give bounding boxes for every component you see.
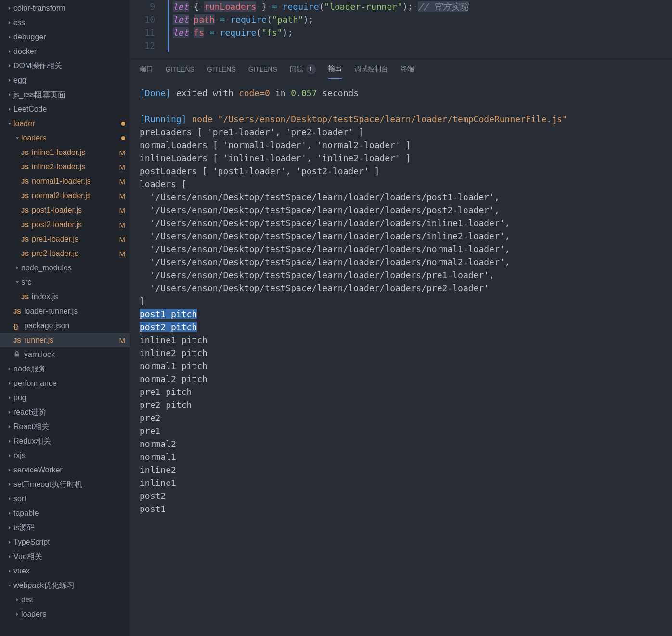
item-label: LeetCode [13,105,125,114]
line-number: 10 [130,13,155,26]
file-item[interactable]: JSloader-runner.js [0,304,130,318]
item-label: index.js [32,293,125,301]
folder-item[interactable]: DOM操作相关 [0,59,130,73]
folder-item[interactable]: serviceWorker [0,463,130,477]
modified-dot-icon [121,136,125,140]
modified-marker: M [119,221,126,229]
folder-item[interactable]: css [0,15,130,30]
file-item[interactable]: JSinline2-loader.jsM [0,160,130,174]
folder-item[interactable]: setTimeout执行时机 [0,477,130,492]
file-item[interactable]: {}package.json [0,318,130,333]
chevron-right-icon [6,380,13,387]
file-item[interactable]: JSnormal2-loader.jsM [0,189,130,203]
folder-item[interactable]: performance [0,376,130,391]
file-item[interactable]: JSinline1-loader.jsM [0,145,130,160]
output-line: inline1 pitch [140,333,664,346]
code-editor[interactable]: 9 10 11 12 let·{·runLoaders·}·=·require(… [130,0,672,59]
folder-item[interactable]: webpack优化练习 [0,578,130,593]
folder-item[interactable]: ts源码 [0,521,130,535]
done-label: [Done] [140,88,171,98]
code-line[interactable]: let·fs·=·require("fs"); [168,26,672,39]
file-item[interactable]: JSpre2-loader.jsM [0,246,130,261]
folder-item[interactable]: TypeScript [0,535,130,549]
folder-item[interactable]: react进阶 [0,405,130,420]
folder-item[interactable]: pug [0,391,130,405]
file-item[interactable]: JSnormal1-loader.jsM [0,174,130,189]
folder-item[interactable]: LeetCode [0,102,130,116]
item-label: inline1-loader.js [32,148,119,157]
file-item[interactable]: JSpost2-loader.jsM [0,217,130,232]
chevron-right-icon [6,4,13,12]
file-item[interactable]: JSrunner.jsM [0,333,130,347]
js-icon: JS [21,192,32,200]
folder-item[interactable]: React相关 [0,420,130,434]
folder-item[interactable]: loaders [0,131,130,145]
chevron-right-icon [6,408,13,416]
folder-item[interactable]: loader [0,116,130,131]
folder-item[interactable]: Redux相关 [0,434,130,448]
item-label: React相关 [13,422,125,432]
editor-content[interactable]: let·{·runLoaders·}·=·require("loader-run… [168,0,672,52]
folder-item[interactable]: egg [0,73,130,88]
output-line: normalLoaders [ 'normal1-loader', 'norma… [140,139,664,152]
code-line[interactable]: let·path·=·require("path"); [168,13,672,26]
file-item[interactable]: JSpost1-loader.jsM [0,203,130,217]
folder-item[interactable]: loaders [0,607,130,622]
modified-marker: M [119,206,126,215]
tab-output[interactable]: 输出 [328,59,342,79]
chevron-down-icon [6,120,13,127]
output-text: seconds [317,88,359,98]
problems-count-badge: 1 [306,64,316,74]
tab-gitlens[interactable]: GITLENS [248,59,277,79]
folder-item[interactable]: node_modules [0,261,130,275]
output-line: preLoaders [ 'pre1-loader', 'pre2-loader… [140,126,664,139]
chevron-right-icon [6,48,13,55]
folder-item[interactable]: js_css阻塞页面 [0,88,130,102]
chevron-right-icon [6,91,13,99]
folder-item[interactable]: rxjs [0,448,130,463]
output-line: normal2 pitch [140,372,664,385]
output-line-selected: post2 pitch [140,320,664,333]
js-icon: JS [21,236,32,243]
folder-item[interactable]: sort [0,492,130,506]
tab-gitlens[interactable]: GITLENS [207,59,236,79]
file-item[interactable]: JSpre1-loader.jsM [0,232,130,246]
item-label: loaders [21,610,125,619]
code-line[interactable] [168,39,672,52]
folder-item[interactable]: node服务 [0,362,130,376]
file-item[interactable]: JSindex.js [0,290,130,304]
folder-item[interactable]: tapable [0,506,130,521]
folder-item[interactable]: vuex [0,564,130,578]
panel-tabbar: 端口 GITLENS GITLENS GITLENS 问题1 输出 调试控制台 … [130,59,672,79]
item-label: node_modules [21,264,125,272]
item-label: pre2-loader.js [32,249,119,258]
item-label: react进阶 [13,407,125,418]
item-label: post2-loader.js [32,220,119,229]
folder-item[interactable]: src [0,275,130,290]
tab-problems[interactable]: 问题1 [290,59,316,79]
folder-item[interactable]: debugger [0,30,130,44]
tab-terminal[interactable]: 终端 [401,59,414,79]
chevron-right-icon [6,105,13,113]
js-icon: JS [21,293,32,301]
modified-marker: M [119,235,126,243]
tab-gitlens[interactable]: GITLENS [166,59,194,79]
item-label: package.json [24,321,125,330]
folder-item[interactable]: Vue相关 [0,549,130,564]
output-panel[interactable]: [Done] exited with code=0 in 0.057 secon… [130,79,672,636]
output-line: normal1 pitch [140,359,664,372]
folder-item[interactable]: docker [0,44,130,59]
folder-item[interactable]: dist [0,593,130,607]
tab-ports[interactable]: 端口 [140,59,153,79]
code-line[interactable]: let·{·runLoaders·}·=·require("loader-run… [168,0,672,13]
item-label: inline2-loader.js [32,163,119,171]
file-item[interactable]: yarn.lock [0,347,130,362]
output-line: '/Users/enson/Desktop/testSpace/learn/lo… [140,242,664,255]
file-explorer[interactable]: color-transformcssdebuggerdockerDOM操作相关e… [0,0,130,636]
item-label: dist [21,596,125,604]
modified-dot-icon [121,122,125,126]
item-label: serviceWorker [13,466,125,474]
folder-item[interactable]: color-transform [0,1,130,15]
tab-debug-console[interactable]: 调试控制台 [354,59,388,79]
output-line-selected: post1 pitch [140,307,664,320]
